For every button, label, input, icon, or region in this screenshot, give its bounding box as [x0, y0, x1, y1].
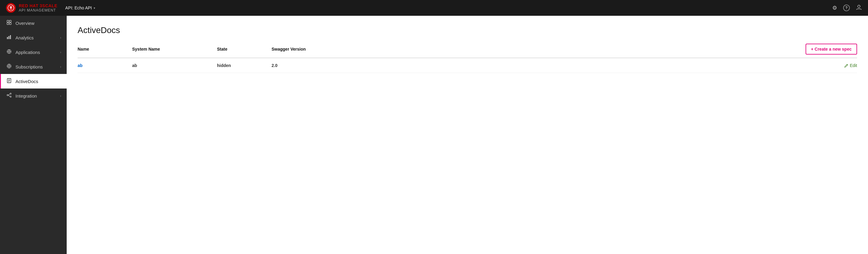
sidebar-item-analytics[interactable]: Analytics › [0, 30, 67, 45]
analytics-icon [6, 35, 12, 41]
main-content: ActiveDocs Name System Name State Swagge… [67, 16, 868, 254]
page-title: ActiveDocs [78, 26, 857, 35]
logo-area: RED HAT 3SCALE API MANAGEMENT [6, 3, 57, 13]
sidebar-item-subscriptions[interactable]: Subscriptions › [0, 59, 67, 74]
nav-left: RED HAT 3SCALE API MANAGEMENT API: Echo … [6, 3, 98, 13]
logo-icon [6, 3, 16, 13]
integration-chevron-icon: › [60, 94, 61, 98]
row-edit-link[interactable]: Edit [844, 63, 857, 68]
analytics-chevron-icon: › [60, 36, 61, 39]
chevron-down-icon: ▾ [94, 6, 95, 10]
subscriptions-label: Subscriptions [16, 64, 43, 69]
svg-rect-3 [9, 20, 11, 22]
svg-rect-6 [7, 37, 8, 39]
brand-text: RED HAT 3SCALE API MANAGEMENT [19, 3, 57, 12]
settings-icon[interactable]: ⚙ [832, 4, 837, 11]
applications-icon [6, 49, 12, 55]
api-label: API: Echo API [65, 5, 92, 10]
svg-rect-7 [8, 36, 9, 39]
activedocs-icon [6, 78, 12, 84]
applications-label: Applications [16, 50, 40, 55]
edit-label: Edit [850, 63, 857, 68]
svg-point-19 [10, 96, 11, 97]
svg-line-21 [8, 95, 10, 97]
svg-rect-4 [7, 23, 9, 25]
api-selector[interactable]: API: Echo API ▾ [62, 4, 98, 12]
main-layout: Overview Analytics › [0, 16, 868, 254]
row-system-name-cell: ab [132, 63, 217, 68]
analytics-label: Analytics [16, 35, 34, 40]
brand-name: RED HAT 3SCALE [19, 3, 57, 8]
svg-line-20 [8, 94, 10, 95]
applications-chevron-icon: › [60, 50, 61, 54]
top-navigation: RED HAT 3SCALE API MANAGEMENT API: Echo … [0, 0, 868, 16]
overview-icon [6, 20, 12, 26]
overview-label: Overview [16, 21, 35, 26]
col-header-system-name: System Name [132, 47, 217, 52]
svg-point-12 [8, 65, 10, 67]
sidebar-item-integration[interactable]: Integration › [0, 89, 67, 103]
svg-rect-2 [7, 20, 9, 22]
col-header-name: Name [78, 47, 132, 52]
sidebar-item-applications[interactable]: Applications › [0, 45, 67, 59]
table-header: Name System Name State Swagger Version +… [78, 44, 857, 58]
sidebar-item-activedocs[interactable]: ActiveDocs [0, 74, 67, 89]
col-header-swagger: Swagger Version [272, 47, 338, 52]
row-state-cell: hidden [217, 63, 272, 68]
svg-point-1 [858, 5, 860, 7]
table-row: ab ab hidden 2.0 Edit [78, 58, 857, 73]
help-icon[interactable]: ? [843, 4, 850, 11]
svg-point-18 [10, 93, 11, 94]
subscriptions-chevron-icon: › [60, 65, 61, 68]
nav-right: ⚙ ? [832, 4, 862, 12]
col-header-state: State [217, 47, 272, 52]
row-name-cell: ab [78, 63, 132, 68]
create-new-spec-button[interactable]: + Create a new spec [806, 44, 857, 55]
sidebar-item-overview[interactable]: Overview [0, 16, 67, 30]
activedocs-label: ActiveDocs [16, 79, 38, 84]
svg-point-10 [8, 51, 10, 53]
edit-icon [844, 64, 848, 68]
integration-label: Integration [16, 93, 37, 98]
user-icon[interactable] [856, 4, 862, 12]
subscriptions-icon [6, 64, 12, 70]
integration-icon [6, 93, 12, 99]
row-swagger-version-cell: 2.0 [272, 63, 338, 68]
svg-rect-8 [10, 35, 11, 39]
row-name-link[interactable]: ab [78, 63, 83, 68]
svg-point-17 [7, 95, 8, 96]
product-name: API MANAGEMENT [19, 8, 57, 12]
sidebar: Overview Analytics › [0, 16, 67, 254]
svg-rect-5 [9, 23, 11, 25]
